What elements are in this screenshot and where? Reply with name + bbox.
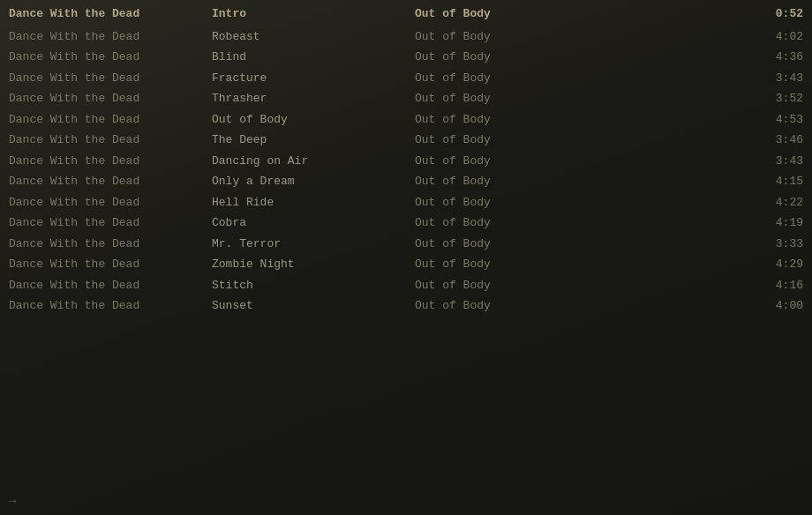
track-album: Out of Body [415,28,618,46]
track-duration: 3:46 [618,131,803,149]
table-row[interactable]: Dance With the DeadFractureOut of Body3:… [0,68,812,89]
track-duration: 4:16 [618,277,803,295]
track-duration: 4:36 [618,49,803,66]
header-artist: Dance With the Dead [9,5,212,23]
track-artist: Dance With the Dead [9,111,212,129]
track-title: Hell Ride [212,194,415,212]
track-title: Out of Body [212,111,415,129]
track-artist: Dance With the Dead [9,235,212,253]
track-artist: Dance With the Dead [9,28,212,46]
header-title: Intro [212,5,415,23]
track-title: The Deep [212,131,415,149]
table-header: Dance With the Dead Intro Out of Body 0:… [0,4,812,25]
track-title: Only a Dream [212,173,415,190]
track-duration: 4:02 [618,28,803,46]
track-album: Out of Body [415,131,618,149]
track-duration: 3:52 [618,90,803,108]
track-artist: Dance With the Dead [9,131,212,149]
table-row[interactable]: Dance With the DeadDancing on AirOut of … [0,151,812,172]
track-album: Out of Body [415,49,618,66]
track-artist: Dance With the Dead [9,90,212,108]
table-row[interactable]: Dance With the DeadSunsetOut of Body4:00 [0,295,812,317]
track-album: Out of Body [415,297,618,315]
track-artist: Dance With the Dead [9,173,212,190]
track-duration: 4:00 [618,297,803,315]
track-duration: 3:43 [618,70,803,87]
table-row[interactable]: Dance With the DeadStitchOut of Body4:16 [0,275,812,296]
track-duration: 4:29 [618,256,803,273]
table-row[interactable]: Dance With the DeadThe DeepOut of Body3:… [0,130,812,151]
track-artist: Dance With the Dead [9,194,212,212]
track-album: Out of Body [415,70,618,87]
track-title: Blind [212,49,415,66]
track-album: Out of Body [415,214,618,232]
table-row[interactable]: Dance With the DeadZombie NightOut of Bo… [0,254,812,275]
table-row[interactable]: Dance With the DeadBlindOut of Body4:36 [0,47,812,68]
track-duration: 4:53 [618,111,803,129]
track-artist: Dance With the Dead [9,70,212,87]
track-album: Out of Body [415,153,618,170]
table-row[interactable]: Dance With the DeadOut of BodyOut of Bod… [0,109,812,131]
track-duration: 4:15 [618,173,803,190]
track-album: Out of Body [415,256,618,273]
header-duration: 0:52 [618,5,803,23]
track-album: Out of Body [415,173,618,190]
header-album: Out of Body [415,5,618,23]
track-artist: Dance With the Dead [9,256,212,273]
track-title: Zombie Night [212,256,415,273]
table-row[interactable]: Dance With the DeadMr. TerrorOut of Body… [0,234,812,255]
table-row[interactable]: Dance With the DeadHell RideOut of Body4… [0,192,812,213]
bottom-bar: → [9,494,16,508]
table-row[interactable]: Dance With the DeadOnly a DreamOut of Bo… [0,171,812,192]
track-artist: Dance With the Dead [9,153,212,170]
arrow-icon: → [9,494,16,508]
track-title: Fracture [212,70,415,87]
track-duration: 3:43 [618,153,803,170]
track-artist: Dance With the Dead [9,277,212,295]
track-title: Mr. Terror [212,235,415,253]
track-album: Out of Body [415,194,618,212]
track-title: Dancing on Air [212,153,415,170]
table-row[interactable]: Dance With the DeadThrasherOut of Body3:… [0,88,812,109]
track-artist: Dance With the Dead [9,49,212,66]
track-title: Sunset [212,297,415,315]
track-artist: Dance With the Dead [9,214,212,232]
track-title: Cobra [212,214,415,232]
track-title: Robeast [212,28,415,46]
track-artist: Dance With the Dead [9,297,212,315]
track-title: Thrasher [212,90,415,108]
track-album: Out of Body [415,111,618,129]
table-row[interactable]: Dance With the DeadRobeastOut of Body4:0… [0,26,812,48]
track-list: Dance With the Dead Intro Out of Body 0:… [0,0,812,320]
track-duration: 4:22 [618,194,803,212]
track-album: Out of Body [415,235,618,253]
track-duration: 3:33 [618,235,803,253]
track-album: Out of Body [415,90,618,108]
track-duration: 4:19 [618,214,803,232]
table-row[interactable]: Dance With the DeadCobraOut of Body4:19 [0,213,812,234]
track-title: Stitch [212,277,415,295]
track-album: Out of Body [415,277,618,295]
